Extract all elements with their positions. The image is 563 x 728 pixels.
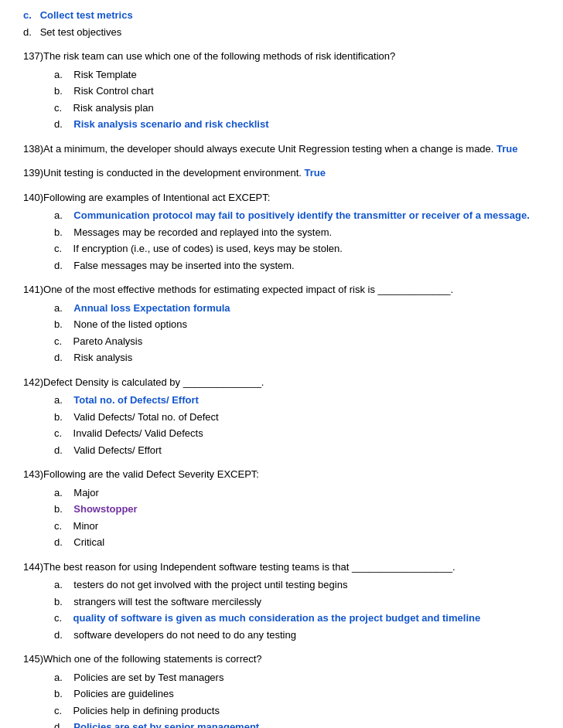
q141-opt-c: c. Pareto Analysis [54,334,540,349]
q141-opt-c-text: Pareto Analysis [73,335,143,347]
q141-opt-a: a. Annual loss Expectation formula [54,301,540,316]
q144-opt-d-text: software developers do not need to do an… [73,629,296,641]
q137-options: a. Risk Template b. Risk Control chart c… [54,67,540,132]
q137-opt-a-text: Risk Template [73,69,136,80]
q140-opt-c-label: c. [54,243,73,254]
q140-text: 140)Following are examples of Intentiona… [23,190,540,206]
q140-opt-a-label: a. [54,209,73,221]
q138-text: 138)At a minimum, the developer should a… [23,143,493,155]
q144-opt-d-label: d. [54,629,73,641]
q145-opt-c: c. Policies help in defining products [54,703,540,719]
q137-opt-b-text: Risk Control chart [73,85,153,97]
q143-opt-c-text: Minor [73,520,99,532]
q143-opt-d-text: Critical [73,536,104,548]
q140-opt-d: d. False messages may be inserted into t… [54,258,540,274]
q144-text: 144)The best reason for using Independen… [23,560,540,575]
q142-text: 142)Defect Density is calculated by ____… [23,375,540,390]
q143-opt-d: d. Critical [54,535,540,550]
q143-opt-a-label: a. [54,487,73,498]
question-145: 145)Which one of the following statement… [23,651,540,728]
question-137: 137)The risk team can use which one of t… [23,49,540,132]
q142-opt-d-text: Valid Defects/ Effort [73,444,162,456]
q143-opt-a-text: Major [73,487,99,498]
q137-opt-c: c. Risk analysis plan [54,100,540,116]
q139-answer: True [305,167,326,179]
q145-opt-d: d. Policies are set by senior management [54,719,540,728]
question-142: 142)Defect Density is calculated by ____… [23,375,540,458]
q140-options: a. Communication protocol may fail to po… [54,208,540,273]
q145-opt-a-text: Policies are set by Test managers [73,672,223,683]
question-138: 138)At a minimum, the developer should a… [23,141,540,157]
q143-opt-b-text: Showstopper [73,503,137,515]
q141-opt-b-label: b. [54,318,73,330]
q138-answer: True [496,143,517,155]
question-139: 139)Unit testing is conducted in the dev… [23,165,540,181]
q140-opt-a-text: Communication protocol may fail to posit… [73,209,529,221]
q142-opt-a-label: a. [54,394,73,406]
q145-opt-a: a. Policies are set by Test managers [54,670,540,685]
q141-opt-c-label: c. [54,335,73,347]
q142-opt-c-text: Invalid Defects/ Valid Defects [73,427,203,439]
q144-opt-c-label: c. [54,612,73,624]
q142-opt-a: a. Total no. of Defects/ Effort [54,393,540,408]
q141-opt-a-label: a. [54,302,73,314]
q141-opt-b-text: None of the listed options [73,318,187,330]
q144-opt-b-label: b. [54,596,73,607]
q143-opt-a: a. Major [54,485,540,501]
q137-opt-b: b. Risk Control chart [54,83,540,99]
top-list-items: c. Collect test metrics d. Set test obje… [23,8,540,39]
item-d-text: d. Set test objectives [23,26,121,38]
q145-opt-b-text: Policies are guidelines [73,688,173,699]
q144-options: a. testers do not get involved with the … [54,577,540,642]
item-c: c. Collect test metrics [23,8,540,23]
q137-opt-d: d. Risk analysis scenario and risk check… [54,117,540,132]
q145-opt-c-text: Policies help in defining products [73,705,220,716]
q143-opt-c-label: c. [54,520,73,532]
q142-opt-b-text: Valid Defects/ Total no. of Defect [73,411,218,423]
q141-opt-d-text: Risk analysis [73,352,132,363]
q141-options: a. Annual loss Expectation formula b. No… [54,301,540,366]
q144-opt-c-text: quality of software is given as much con… [73,612,481,624]
q141-opt-d-label: d. [54,352,73,363]
question-143: 143)Following are the valid Defect Sever… [23,467,540,550]
q137-opt-d-label: d. [54,118,73,130]
item-c-text: c. Collect test metrics [23,9,133,21]
q145-opt-c-label: c. [54,705,73,716]
q143-opt-b: b. Showstopper [54,502,540,517]
q145-opt-b: b. Policies are guidelines [54,686,540,702]
q139-text: 139)Unit testing is conducted in the dev… [23,167,302,179]
q144-opt-a-text: testers do not get involved with the pro… [73,579,347,590]
q140-opt-b-text: Messages may be recorded and replayed in… [73,226,332,238]
q143-text: 143)Following are the valid Defect Sever… [23,467,540,482]
q142-options: a. Total no. of Defects/ Effort b. Valid… [54,393,540,458]
q141-opt-b: b. None of the listed options [54,317,540,332]
q145-options: a. Policies are set by Test managers b. … [54,670,540,729]
q145-opt-d-text: Policies are set by senior management [73,721,259,728]
question-141: 141)One of the most effective methods fo… [23,282,540,366]
q141-opt-d: d. Risk analysis [54,350,540,366]
q142-opt-c: c. Invalid Defects/ Valid Defects [54,426,540,441]
q144-opt-b-text: strangers will test the software mercile… [73,596,261,607]
question-144: 144)The best reason for using Independen… [23,560,540,643]
q142-opt-d: d. Valid Defects/ Effort [54,443,540,458]
q142-opt-b: b. Valid Defects/ Total no. of Defect [54,410,540,425]
q140-opt-b: b. Messages may be recorded and replayed… [54,225,540,240]
q137-text: 137)The risk team can use which one of t… [23,49,540,64]
q144-opt-b: b. strangers will test the software merc… [54,594,540,610]
q142-opt-d-label: d. [54,444,73,456]
q137-opt-b-label: b. [54,85,73,97]
q144-opt-a-label: a. [54,579,73,590]
q145-opt-b-label: b. [54,688,73,699]
q145-opt-a-label: a. [54,672,73,683]
q140-opt-a: a. Communication protocol may fail to po… [54,208,540,223]
item-d: d. Set test objectives [23,25,540,40]
q144-opt-a: a. testers do not get involved with the … [54,577,540,593]
q137-opt-c-label: c. [54,102,73,114]
q143-options: a. Major b. Showstopper c. Minor d. Crit… [54,485,540,550]
q137-opt-a: a. Risk Template [54,67,540,83]
q137-opt-c-text: Risk analysis plan [73,102,154,114]
q145-text: 145)Which one of the following statement… [23,651,540,667]
q140-opt-d-label: d. [54,260,73,271]
q144-opt-c: c. quality of software is given as much … [54,611,540,626]
q143-opt-b-label: b. [54,503,73,515]
